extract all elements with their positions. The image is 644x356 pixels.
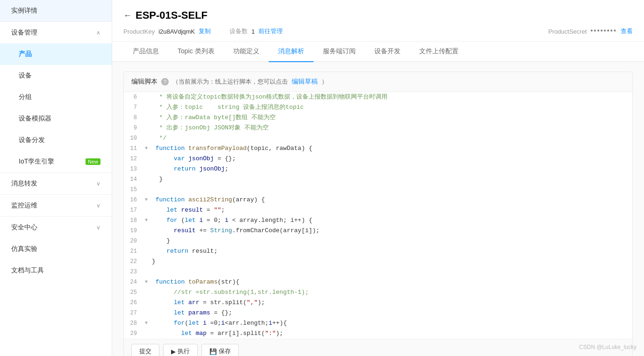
watermark: CSDN @LuLuke_lucky bbox=[579, 344, 637, 350]
sidebar-item-iot-twin[interactable]: IoT孪生引擎 New bbox=[0, 151, 112, 172]
code-line-14: 14 } bbox=[124, 174, 632, 185]
code-line-15: 15 bbox=[124, 185, 632, 195]
sidebar-item-label: 产品 bbox=[19, 50, 32, 58]
edit-draft-link[interactable]: 编辑草稿 bbox=[292, 78, 318, 86]
code-line-23: 23 bbox=[124, 267, 632, 277]
exec-button[interactable]: ▶ 执行 bbox=[163, 344, 198, 356]
sidebar-item-device[interactable]: 设备 bbox=[0, 65, 112, 86]
tab-device-dev[interactable]: 设备开发 bbox=[365, 42, 410, 62]
secret-dots: ******** bbox=[591, 28, 617, 35]
sidebar-item-product[interactable]: 产品 bbox=[0, 43, 112, 65]
device-count-label: 设备数 bbox=[229, 27, 248, 36]
code-line-26: 26 let arr = str.split(","); bbox=[124, 298, 632, 308]
code-line-12: 12 var jsonObj = {}; bbox=[124, 154, 632, 164]
code-line-7: 7 * 入参：topic string 设备上报消息的topic bbox=[124, 102, 632, 113]
sidebar-item-label: 分组 bbox=[19, 93, 32, 101]
help-icon[interactable]: ? bbox=[161, 78, 169, 85]
chevron-down-icon: ∨ bbox=[96, 180, 100, 187]
code-line-22: 22 } bbox=[124, 256, 632, 267]
sidebar-item-instance-detail[interactable]: 实例详情 bbox=[0, 0, 112, 21]
product-key-label: ProductKey bbox=[123, 28, 155, 35]
product-key-value: i2u8AVdjqmK bbox=[158, 28, 195, 35]
code-line-8: 8 * 入参：rawData byte[]数组 不能为空 bbox=[124, 113, 632, 123]
back-button[interactable]: ← bbox=[123, 11, 132, 21]
sidebar-item-label: IoT孪生引擎 bbox=[19, 157, 54, 166]
sidebar-item-label: 设备管理 bbox=[11, 28, 37, 37]
exec-label: 执行 bbox=[178, 347, 190, 356]
sidebar-item-label: 消息转发 bbox=[11, 179, 37, 188]
sidebar-item-monitor-ops[interactable]: 监控运维 ∨ bbox=[0, 194, 112, 216]
page-header: ← ESP-01S-SELF ProductKey i2u8AVdjqmK 复制… bbox=[112, 0, 644, 42]
chevron-up-icon: ∧ bbox=[96, 29, 100, 36]
code-line-9: 9 * 出参：jsonObj JSON对象 不能为空 bbox=[124, 123, 632, 133]
device-count-value: 1 bbox=[251, 28, 255, 35]
code-line-27: 27 let params = {}; bbox=[124, 308, 632, 318]
sidebar-item-device-mgmt[interactable]: 设备管理 ∧ bbox=[0, 21, 112, 43]
code-line-17: 17 let result = ""; bbox=[124, 205, 632, 215]
editor-header: 编辑脚本 ? （当前展示为：线上运行脚本，您可以点击 编辑草稿 ） bbox=[124, 72, 632, 92]
tab-bar: 产品信息 Topic 类列表 功能定义 消息解析 服务端订阅 设备开发 文件上传… bbox=[112, 42, 644, 62]
code-line-16: 16 ▼ function ascii2String(array) { bbox=[124, 195, 632, 205]
code-line-13: 13 return jsonObj; bbox=[124, 164, 632, 174]
page-content: 编辑脚本 ? （当前展示为：线上运行脚本，您可以点击 编辑草稿 ） 6 * 将设… bbox=[112, 62, 644, 356]
sidebar-item-label: 设备模拟器 bbox=[19, 114, 51, 123]
sidebar-item-label: 仿真实验 bbox=[11, 245, 37, 253]
sidebar-item-group[interactable]: 分组 bbox=[0, 86, 112, 108]
sidebar-item-label: 安全中心 bbox=[11, 223, 37, 232]
sidebar-item-msg-forward[interactable]: 消息转发 ∨ bbox=[0, 172, 112, 194]
sidebar: 实例详情 设备管理 ∧ 产品 设备 分组 设备模拟器 设备分发 IoT孪生引擎 … bbox=[0, 0, 112, 356]
sidebar-item-label: 设备 bbox=[19, 71, 32, 80]
code-line-6: 6 * 将设备自定义topic数据转换为json格式数据，设备上报数据到物联网平… bbox=[124, 92, 632, 102]
sidebar-item-label: 实例详情 bbox=[11, 7, 37, 15]
code-line-21: 21 return result; bbox=[124, 246, 632, 256]
view-secret-button[interactable]: 查看 bbox=[621, 27, 633, 36]
save-icon: 💾 bbox=[209, 348, 217, 355]
copy-button[interactable]: 复制 bbox=[199, 27, 211, 36]
main-content: ← ESP-01S-SELF ProductKey i2u8AVdjqmK 复制… bbox=[112, 0, 644, 356]
tab-server-sub[interactable]: 服务端订阅 bbox=[314, 42, 365, 62]
sidebar-item-docs-tools[interactable]: 文档与工具 bbox=[0, 260, 112, 281]
sidebar-item-device-dist[interactable]: 设备分发 bbox=[0, 129, 112, 151]
code-line-28: 28 ▼ for(let i =0;i<arr.length;i++){ bbox=[124, 318, 632, 328]
code-line-24: 24 ▼ function toParams(str){ bbox=[124, 277, 632, 287]
tab-file-upload[interactable]: 文件上传配置 bbox=[410, 42, 468, 62]
manage-link[interactable]: 前往管理 bbox=[258, 27, 283, 36]
code-line-29: 29 let map = arr[i].split(":"); bbox=[124, 328, 632, 339]
chevron-down-icon: ∨ bbox=[96, 202, 100, 209]
play-icon: ▶ bbox=[171, 348, 176, 355]
editor-section: 编辑脚本 ? （当前展示为：线上运行脚本，您可以点击 编辑草稿 ） 6 * 将设… bbox=[123, 71, 633, 356]
sidebar-item-device-sim[interactable]: 设备模拟器 bbox=[0, 108, 112, 129]
sidebar-item-label: 文档与工具 bbox=[11, 266, 44, 275]
product-secret-item: ProductSecret ******** 查看 bbox=[548, 27, 633, 36]
code-line-25: 25 //str =str.substring(1,str.length-1); bbox=[124, 287, 632, 298]
title-row: ← ESP-01S-SELF bbox=[123, 9, 633, 21]
code-editor[interactable]: 6 * 将设备自定义topic数据转换为json格式数据，设备上报数据到物联网平… bbox=[124, 92, 632, 339]
code-line-18: 18 ▼ for (let i = 0; i < array.length; i… bbox=[124, 215, 632, 226]
product-secret-label: ProductSecret bbox=[548, 28, 587, 35]
sidebar-item-label: 监控运维 bbox=[11, 201, 37, 210]
code-line-11: 11 ▼ function transformPayload(topic, ra… bbox=[124, 143, 632, 154]
page-title: ESP-01S-SELF bbox=[136, 9, 208, 21]
sidebar-item-label: 设备分发 bbox=[19, 136, 45, 144]
product-key-item: ProductKey i2u8AVdjqmK 复制 bbox=[123, 27, 211, 36]
meta-info: ProductKey i2u8AVdjqmK 复制 设备数 1 前往管理 Pro… bbox=[123, 27, 633, 36]
sidebar-item-simulation[interactable]: 仿真实验 bbox=[0, 238, 112, 260]
code-line-20: 20 } bbox=[124, 236, 632, 246]
code-line-10: 10 */ bbox=[124, 133, 632, 143]
tab-topic-list[interactable]: Topic 类列表 bbox=[168, 42, 224, 62]
new-badge: New bbox=[86, 158, 100, 165]
tab-msg-parse[interactable]: 消息解析 bbox=[269, 42, 314, 62]
editor-notice: （当前展示为：线上运行脚本，您可以点击 bbox=[172, 78, 288, 86]
tab-func-def[interactable]: 功能定义 bbox=[224, 42, 269, 62]
save-button[interactable]: 💾 保存 bbox=[201, 344, 239, 356]
tab-product-info[interactable]: 产品信息 bbox=[123, 42, 168, 62]
sidebar-item-security-center[interactable]: 安全中心 ∨ bbox=[0, 216, 112, 238]
chevron-down-icon: ∨ bbox=[96, 224, 100, 231]
editor-title: 编辑脚本 bbox=[131, 78, 157, 86]
submit-button[interactable]: 提交 bbox=[131, 344, 159, 356]
editor-toolbar: 提交 ▶ 执行 💾 保存 bbox=[124, 339, 632, 356]
editor-notice-end: ） bbox=[322, 78, 328, 86]
save-label: 保存 bbox=[219, 347, 231, 356]
device-count-item: 设备数 1 前往管理 bbox=[229, 27, 283, 36]
code-line-19: 19 result += String.fromCharCode(array[i… bbox=[124, 226, 632, 236]
